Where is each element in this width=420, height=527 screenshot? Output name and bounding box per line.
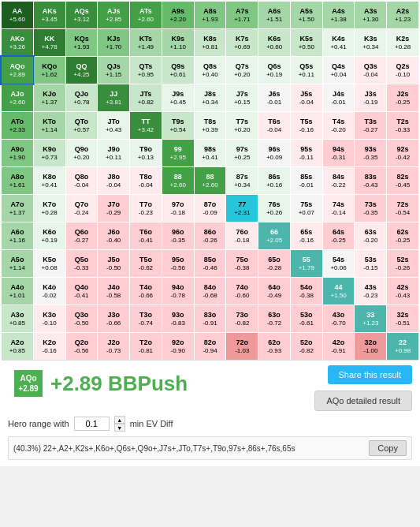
hand-cell-76s[interactable]: 76s+0.26: [258, 195, 290, 222]
hand-cell-k9s[interactable]: K9s+1.10: [162, 29, 194, 56]
hand-cell-k4o[interactable]: K4o-0.02: [34, 278, 65, 305]
hand-cell-42s[interactable]: 42s-0.43: [387, 278, 418, 305]
hand-cell-j7o[interactable]: J7o-0.29: [98, 195, 129, 222]
hand-cell-84s[interactable]: 84s-0.22: [323, 167, 355, 194]
hand-cell-76o[interactable]: 76o-0.18: [226, 222, 258, 249]
hand-cell-a4o[interactable]: A4o+1.01: [2, 278, 33, 305]
hand-cell-73o[interactable]: 73o-0.82: [226, 305, 258, 332]
hand-cell-87s[interactable]: 87s+0.34: [226, 167, 258, 194]
hand-cell-88[interactable]: 88+2.60: [195, 167, 226, 194]
hand-cell-j3s[interactable]: J3s-0.19: [355, 84, 386, 111]
hand-cell-77[interactable]: 77+2.31: [226, 195, 258, 222]
hand-cell-85o[interactable]: 85o-0.46: [195, 250, 226, 277]
copy-button[interactable]: Copy: [369, 440, 407, 456]
hand-cell-t2s[interactable]: T2s-0.33: [387, 112, 418, 139]
hand-cell-83s[interactable]: 83s-0.43: [355, 167, 386, 194]
hand-cell-33[interactable]: 33+1.23: [355, 305, 386, 332]
hand-cell-q4s[interactable]: Q4s+0.04: [323, 57, 355, 84]
hand-cell-55[interactable]: 55+1.79: [291, 250, 322, 277]
hand-cell-a2s[interactable]: A2s+1.23: [387, 2, 418, 28]
hand-cell-t3s[interactable]: T3s-0.27: [355, 112, 386, 139]
hand-cell-k3s[interactable]: K3s+0.34: [355, 29, 386, 56]
hand-cell-44[interactable]: 44+1.50: [323, 278, 355, 305]
hand-cell-tt[interactable]: TT+3.42: [130, 112, 162, 139]
detail-button[interactable]: AQo detailed result: [314, 391, 412, 411]
hand-cell-qq[interactable]: QQ+4.25: [66, 57, 98, 84]
hand-cell-62s[interactable]: 62s-0.25: [387, 222, 418, 249]
hand-cell-52o[interactable]: 52o-0.82: [291, 333, 322, 360]
hand-cell-64o[interactable]: 64o-0.49: [258, 278, 290, 305]
hand-cell-84o[interactable]: 84o-0.68: [195, 278, 226, 305]
hand-cell-k3o[interactable]: K3o-0.10: [34, 305, 65, 332]
hand-cell-75s[interactable]: 75s+0.07: [291, 195, 322, 222]
hand-cell-ajo[interactable]: AJo+2.60: [2, 84, 33, 111]
hand-cell-t9o[interactable]: T9o+0.13: [130, 140, 162, 166]
hand-cell-q3s[interactable]: Q3s-0.04: [355, 57, 386, 84]
hand-cell-a7o[interactable]: A7o+1.37: [2, 195, 33, 222]
hand-cell-ako[interactable]: AKo+3.26: [2, 29, 33, 56]
hand-cell-92s[interactable]: 92s-0.42: [387, 140, 418, 166]
hand-cell-53s[interactable]: 53s-0.15: [355, 250, 386, 277]
hand-cell-ajs[interactable]: AJs+2.85: [98, 2, 129, 28]
hand-cell-54o[interactable]: 54o-0.38: [291, 278, 322, 305]
hand-cell-32s[interactable]: 32s-0.51: [387, 305, 418, 332]
hand-cell-98s[interactable]: 98s+0.41: [195, 140, 226, 166]
hand-cell-74o[interactable]: 74o-0.60: [226, 278, 258, 305]
hand-cell-jts[interactable]: JTs+0.82: [130, 84, 162, 111]
hand-cell-74s[interactable]: 74s-0.14: [323, 195, 355, 222]
hand-cell-j6s[interactable]: J6s-0.01: [258, 84, 290, 111]
hand-cell-a3o[interactable]: A3o+0.85: [2, 305, 33, 332]
hand-cell-43o[interactable]: 43o-0.70: [323, 305, 355, 332]
hand-cell-q6s[interactable]: Q6s+0.19: [258, 57, 290, 84]
hand-cell-94o[interactable]: 94o-0.78: [162, 278, 194, 305]
hand-cell-93s[interactable]: 93s-0.35: [355, 140, 386, 166]
hand-cell-a6o[interactable]: A6o+1.16: [2, 222, 33, 249]
hand-cell-86s[interactable]: 86s+0.16: [258, 167, 290, 194]
hand-cell-k6s[interactable]: K6s+0.60: [258, 29, 290, 56]
hand-cell-t9s[interactable]: T9s+0.54: [162, 112, 194, 139]
hand-cell-t2o[interactable]: T2o-0.81: [130, 333, 162, 360]
hand-cell-54s[interactable]: 54s+0.06: [323, 250, 355, 277]
hand-cell-j5s[interactable]: J5s-0.04: [291, 84, 322, 111]
hand-cell-kts[interactable]: KTs+1.49: [130, 29, 162, 56]
hand-cell-kqs[interactable]: KQs+1.93: [66, 29, 98, 56]
hand-cell-k5o[interactable]: K5o+0.08: [34, 250, 65, 277]
hand-cell-42o[interactable]: 42o-0.91: [323, 333, 355, 360]
hand-cell-q6o[interactable]: Q6o-0.27: [66, 222, 98, 249]
hand-cell-kto[interactable]: KTo+1.14: [34, 112, 65, 139]
ev-diff-stepper[interactable]: ▲ ▼: [114, 416, 125, 432]
hand-cell-93o[interactable]: 93o-0.83: [162, 305, 194, 332]
hand-cell-97o[interactable]: 97o-0.18: [162, 195, 194, 222]
hand-cell-q8s[interactable]: Q8s+0.40: [195, 57, 226, 84]
hand-cell-a6s[interactable]: A6s+1.51: [258, 2, 290, 28]
hand-cell-43s[interactable]: 43s-0.23: [355, 278, 386, 305]
hand-cell-64s[interactable]: 64s-0.25: [323, 222, 355, 249]
hand-cell-66[interactable]: 66+2.05: [258, 222, 290, 249]
hand-cell-j2o[interactable]: J2o-0.73: [98, 333, 129, 360]
hand-cell-22[interactable]: 22+0.98: [387, 333, 418, 360]
hand-cell-53o[interactable]: 53o-0.61: [291, 305, 322, 332]
hand-cell-k6o[interactable]: K6o+0.19: [34, 222, 65, 249]
hand-cell-73s[interactable]: 73s-0.35: [355, 195, 386, 222]
hand-cell-72o[interactable]: 72o-1.03: [226, 333, 258, 360]
hand-cell-82o[interactable]: 82o-0.94: [195, 333, 226, 360]
hand-cell-a5s[interactable]: A5s+1.50: [291, 2, 322, 28]
hand-cell-q4o[interactable]: Q4o-0.41: [66, 278, 98, 305]
hand-cell-t5o[interactable]: T5o-0.62: [130, 250, 162, 277]
hand-cell-k2o[interactable]: K2o-0.16: [34, 333, 65, 360]
hand-cell-kk[interactable]: KK+4.78: [34, 29, 65, 56]
hand-cell-a9o[interactable]: A9o+1.90: [2, 140, 33, 166]
hand-cell-j9o[interactable]: J9o+0.11: [98, 140, 129, 166]
hand-cell-j3o[interactable]: J3o-0.66: [98, 305, 129, 332]
hand-cell-a8s[interactable]: A8s+1.93: [195, 2, 226, 28]
hand-cell-k8s[interactable]: K8s+0.81: [195, 29, 226, 56]
hand-cell-k9o[interactable]: K9o+0.73: [34, 140, 65, 166]
hand-cell-q5o[interactable]: Q5o-0.33: [66, 250, 98, 277]
hand-cell-94s[interactable]: 94s-0.31: [323, 140, 355, 166]
hand-cell-t6o[interactable]: T6o-0.41: [130, 222, 162, 249]
hand-cell-95s[interactable]: 95s-0.11: [291, 140, 322, 166]
hand-cell-k8o[interactable]: K8o+0.41: [34, 167, 65, 194]
hand-cell-kjs[interactable]: KJs+1.70: [98, 29, 129, 56]
hand-cell-86o[interactable]: 86o-0.26: [195, 222, 226, 249]
hand-cell-j6o[interactable]: J6o-0.40: [98, 222, 129, 249]
